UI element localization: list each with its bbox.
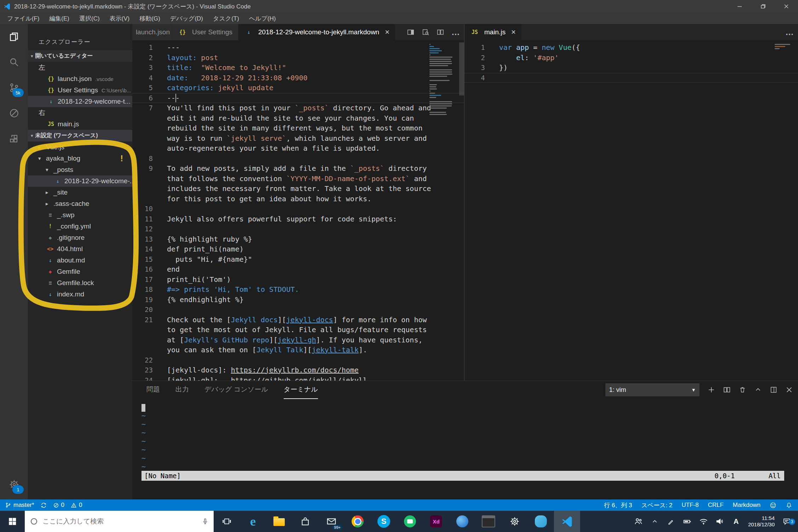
close-panel-icon[interactable] (785, 386, 793, 394)
feedback-smiley-icon[interactable] (770, 502, 776, 509)
adobe-xd-app-icon[interactable]: Xd (423, 511, 449, 532)
open-changes-icon[interactable] (422, 28, 429, 36)
menu-help[interactable]: ヘルプ(H) (244, 13, 281, 24)
code-line[interactable]: 11Jekyll also offers powerful support fo… (132, 214, 464, 224)
editor-tab[interactable]: ↓2018-12-29-welcome-to-jekyll.markdown× (238, 24, 395, 40)
code-line[interactable]: 19{% endhighlight %} (132, 295, 464, 305)
debug-icon[interactable] (0, 100, 28, 126)
code-line[interactable]: that follows the convention `YYYY-MM-DD-… (132, 174, 464, 184)
task-view-button[interactable] (214, 511, 240, 532)
code-line[interactable]: 8 (132, 154, 464, 164)
code-line[interactable]: 17print_hi('Tom') (132, 274, 464, 285)
warning-count[interactable]: 0 (71, 502, 82, 509)
edge-app-icon[interactable]: e (240, 511, 266, 532)
indentation-status[interactable]: スペース: 2 (641, 501, 672, 509)
split-editor-icon[interactable] (436, 28, 444, 36)
open-editor-item[interactable]: JSmain.js (28, 118, 132, 130)
code-line[interactable]: edit it and re-build the site to see you… (132, 113, 464, 123)
tree-item-folder[interactable]: ▸Vue.js (28, 141, 132, 153)
hidden-icons-chevron[interactable] (648, 518, 662, 525)
open-editor-item[interactable]: {}launch.json.vscode (28, 73, 132, 85)
notifications-bell-icon[interactable] (786, 502, 792, 509)
open-editors-header[interactable]: ▾ 開いているエディター (28, 50, 132, 62)
workspace-header[interactable]: ▾ 未設定 (ワークスペース) (28, 130, 132, 141)
mail-app-icon[interactable]: 99+ (318, 511, 345, 532)
volume-icon[interactable] (713, 517, 727, 526)
editor-tab[interactable]: {}launch.json (132, 24, 172, 40)
extensions-icon[interactable] (0, 126, 28, 151)
panel-tab-terminal[interactable]: ターミナル (284, 381, 318, 399)
tree-item-file[interactable]: ↓2018-12-29-welcome-... (28, 175, 132, 187)
sync-status[interactable] (41, 502, 47, 508)
tree-item-file[interactable]: ≡Gemfile.lock (28, 277, 132, 289)
encoding-status[interactable]: UTF-8 (682, 502, 699, 509)
tree-item-folder[interactable]: ▸.sass-cache (28, 198, 132, 209)
code-line[interactable]: 22 (132, 355, 464, 365)
tree-item-folder[interactable]: ▾_posts (28, 164, 132, 175)
tree-item-folder[interactable]: ▸_site (28, 187, 132, 198)
code-line[interactable]: to get the most out of Jekyll. File all … (132, 325, 464, 335)
code-line[interactable]: 4 (464, 73, 798, 83)
code-line[interactable]: 13{% highlight ruby %} (132, 234, 464, 244)
menu-tasks[interactable]: タスク(T) (208, 13, 244, 24)
action-center-icon[interactable]: 3 (780, 517, 794, 526)
vscode-app-icon[interactable] (554, 511, 580, 532)
microphone-icon[interactable] (202, 517, 209, 526)
blue-sphere-app-icon[interactable] (449, 511, 475, 532)
source-control-icon[interactable]: 5k (0, 75, 28, 100)
panel-tab-output[interactable]: 出力 (175, 381, 189, 399)
code-line[interactable]: 1var app = new Vue({ (464, 42, 798, 53)
menu-edit[interactable]: 編集(E) (44, 13, 74, 24)
code-line[interactable]: includes the necessary front matter. Tak… (132, 184, 464, 194)
code-line[interactable]: at [Jekyll's GitHub repo][jekyll-gh]. If… (132, 335, 464, 345)
code-line[interactable]: you can ask them on [Jekyll Talk][jekyll… (132, 345, 464, 355)
skype-app-icon[interactable]: S (371, 511, 397, 532)
code-line[interactable]: 4date: 2018-12-29 21:33:08 +0900 (132, 73, 464, 83)
close-tab-icon[interactable]: × (511, 28, 516, 37)
settings-app-icon[interactable] (502, 511, 528, 532)
open-preview-icon[interactable] (407, 28, 415, 36)
code-line[interactable]: 16end (132, 264, 464, 274)
menu-debug[interactable]: デバッグ(D) (165, 13, 208, 24)
code-line[interactable]: for this post to get an idea about how i… (132, 194, 464, 204)
messaging-app-icon[interactable] (397, 511, 423, 532)
pen-icon[interactable] (664, 517, 678, 525)
chrome-app-icon[interactable] (345, 511, 371, 532)
more-actions-icon[interactable]: … (451, 30, 461, 34)
language-mode-status[interactable]: Markdown (733, 502, 761, 509)
tree-item-file[interactable]: ◆Gemfile (28, 266, 132, 277)
code-line[interactable]: rebuild the site in many different ways,… (132, 123, 464, 133)
code-line[interactable]: 1--- (132, 42, 464, 53)
editor-tab[interactable]: JSmain.js× (464, 24, 521, 40)
people-icon[interactable] (631, 517, 646, 526)
new-terminal-icon[interactable] (707, 386, 715, 394)
console-window-app-icon[interactable] (475, 511, 502, 532)
code-line[interactable]: 2layout: post (132, 53, 464, 63)
code-line[interactable]: 12 (132, 224, 464, 234)
code-line[interactable]: 7You'll find this post in your `_posts` … (132, 103, 464, 113)
code-line[interactable]: 14def print_hi(name) (132, 244, 464, 254)
menu-view[interactable]: 表示(V) (105, 13, 135, 24)
cursor-position-status[interactable]: 行 6、列 3 (604, 501, 632, 509)
wifi-icon[interactable] (696, 517, 711, 526)
code-line[interactable]: 5categories: jekyll update (132, 83, 464, 93)
store-app-icon[interactable] (292, 511, 318, 532)
error-count[interactable]: 0 (53, 502, 64, 509)
scrollbar[interactable] (459, 42, 464, 96)
panel-tab-problems[interactable]: 問題 (146, 381, 160, 399)
code-line[interactable]: 23[jekyll-docs]: https://jekyllrb.com/do… (132, 365, 464, 375)
code-line[interactable]: way is to run `jekyll serve`, which laun… (132, 133, 464, 144)
tree-item-file[interactable]: ↓about.md (28, 255, 132, 266)
tree-item-file[interactable]: <>404.html (28, 243, 132, 255)
code-line[interactable]: 18#=> prints 'Hi, Tom' to STDOUT. (132, 284, 464, 295)
code-line[interactable]: 10 (132, 204, 464, 214)
code-line[interactable]: 15 puts "Hi, #{name}" (132, 254, 464, 265)
search-icon[interactable] (0, 50, 28, 75)
code-line[interactable]: 3title: "Welcome to Jekyll!" (132, 63, 464, 73)
start-button[interactable] (0, 511, 25, 532)
close-button[interactable] (775, 0, 798, 13)
explorer-icon[interactable] (0, 24, 28, 50)
close-tab-icon[interactable]: × (385, 28, 389, 37)
eol-status[interactable]: CRLF (708, 502, 723, 509)
code-line[interactable]: 21Check out the [Jekyll docs][jekyll-doc… (132, 315, 464, 325)
